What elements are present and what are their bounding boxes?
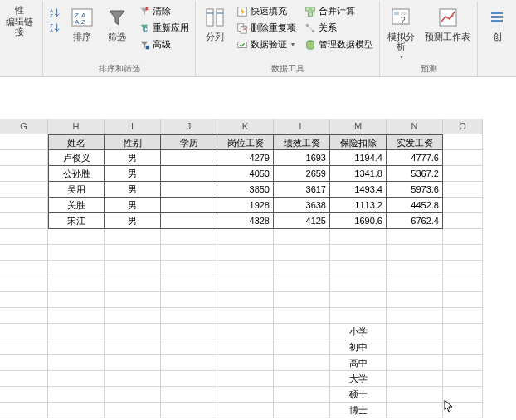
- cell[interactable]: 1341.8: [330, 166, 387, 182]
- cell[interactable]: [274, 261, 330, 276]
- cell[interactable]: [48, 371, 105, 387]
- cell[interactable]: 3617: [274, 182, 330, 198]
- cell[interactable]: 硕士: [330, 387, 387, 403]
- cell[interactable]: [0, 166, 48, 182]
- cell[interactable]: [217, 355, 274, 371]
- cell[interactable]: 3638: [274, 198, 330, 213]
- cell[interactable]: [387, 355, 443, 371]
- data-validation-button[interactable]: 数据验证▾: [234, 37, 299, 52]
- cell[interactable]: [0, 339, 48, 355]
- cell[interactable]: 6762.4: [387, 213, 443, 229]
- cell[interactable]: [274, 339, 330, 355]
- cell[interactable]: [161, 324, 217, 339]
- cell[interactable]: [443, 182, 483, 198]
- cell[interactable]: [161, 261, 217, 276]
- col-header[interactable]: K: [217, 119, 274, 134]
- consolidate-button[interactable]: 合并计算: [302, 3, 376, 19]
- cell[interactable]: [48, 245, 105, 261]
- cell[interactable]: [105, 403, 161, 418]
- cell[interactable]: [48, 355, 105, 371]
- cell[interactable]: [387, 245, 443, 261]
- cell[interactable]: [274, 229, 330, 245]
- cell[interactable]: [274, 276, 330, 292]
- sort-desc-button[interactable]: ZA: [46, 20, 63, 35]
- cell[interactable]: [0, 150, 48, 166]
- cell[interactable]: 4279: [217, 150, 274, 166]
- sort-button[interactable]: ZAAZ 排序: [66, 3, 98, 43]
- cell[interactable]: 2659: [274, 166, 330, 182]
- cell[interactable]: [330, 261, 387, 276]
- cell[interactable]: 关胜: [48, 198, 105, 213]
- cell[interactable]: [48, 339, 105, 355]
- cell[interactable]: [161, 245, 217, 261]
- clear-filter-button[interactable]: 清除: [136, 3, 192, 19]
- cell[interactable]: 男: [105, 198, 161, 213]
- cell[interactable]: 1693: [274, 150, 330, 166]
- cell[interactable]: [161, 387, 217, 403]
- cell[interactable]: [105, 339, 161, 355]
- cell[interactable]: [387, 387, 443, 403]
- relationships-button[interactable]: 关系: [302, 20, 376, 36]
- cell[interactable]: 姓名: [48, 134, 105, 150]
- cell[interactable]: 宋江: [48, 213, 105, 229]
- cell[interactable]: [0, 261, 48, 276]
- cell[interactable]: [443, 292, 483, 308]
- sort-asc-button[interactable]: AZ: [46, 5, 63, 20]
- cell[interactable]: [443, 134, 483, 150]
- cell[interactable]: 4050: [217, 166, 274, 182]
- cell[interactable]: [48, 292, 105, 308]
- text-to-columns-button[interactable]: 分列: [199, 3, 231, 43]
- cell[interactable]: 吴用: [48, 182, 105, 198]
- cell[interactable]: [0, 198, 48, 213]
- cell[interactable]: [48, 276, 105, 292]
- col-header[interactable]: G: [0, 119, 48, 134]
- cell[interactable]: [217, 403, 274, 418]
- col-header[interactable]: M: [330, 119, 387, 134]
- cell[interactable]: [0, 292, 48, 308]
- cell[interactable]: [0, 324, 48, 339]
- cell[interactable]: 1928: [217, 198, 274, 213]
- cell[interactable]: [161, 276, 217, 292]
- cell[interactable]: [105, 355, 161, 371]
- cell[interactable]: 4328: [217, 213, 274, 229]
- cell[interactable]: [330, 245, 387, 261]
- cell[interactable]: [161, 166, 217, 182]
- whatif-button[interactable]: ? 模拟分析 ▾: [383, 3, 418, 62]
- cell[interactable]: [443, 213, 483, 229]
- cell[interactable]: [274, 324, 330, 339]
- cell[interactable]: 男: [105, 182, 161, 198]
- manage-data-model-button[interactable]: 管理数据模型: [302, 37, 376, 52]
- col-header[interactable]: N: [387, 119, 443, 134]
- cell[interactable]: 学历: [161, 134, 217, 150]
- cell[interactable]: [217, 387, 274, 403]
- cell[interactable]: [443, 198, 483, 213]
- cell[interactable]: [105, 371, 161, 387]
- cell[interactable]: [48, 229, 105, 245]
- cell[interactable]: [274, 308, 330, 324]
- cell[interactable]: [217, 371, 274, 387]
- cell[interactable]: [217, 292, 274, 308]
- cell[interactable]: 小学: [330, 324, 387, 339]
- cell[interactable]: [105, 229, 161, 245]
- cell[interactable]: [161, 150, 217, 166]
- cell[interactable]: [48, 261, 105, 276]
- cell[interactable]: [387, 324, 443, 339]
- cell[interactable]: [105, 276, 161, 292]
- cell[interactable]: [387, 276, 443, 292]
- cell[interactable]: [161, 355, 217, 371]
- cell[interactable]: [330, 308, 387, 324]
- cell[interactable]: 初中: [330, 339, 387, 355]
- col-header[interactable]: J: [161, 119, 217, 134]
- cell[interactable]: [161, 292, 217, 308]
- cell[interactable]: 4125: [274, 213, 330, 229]
- cell[interactable]: [0, 213, 48, 229]
- cell[interactable]: [161, 308, 217, 324]
- cell[interactable]: [161, 182, 217, 198]
- cell[interactable]: [0, 229, 48, 245]
- cell[interactable]: [105, 308, 161, 324]
- edit-links-button[interactable]: 性 编辑链接: [0, 3, 39, 38]
- cell[interactable]: [48, 403, 105, 418]
- cell[interactable]: [443, 150, 483, 166]
- cell[interactable]: [0, 134, 48, 150]
- grid-body[interactable]: 姓名性别学历岗位工资绩效工资保险扣除实发工资卢俊义男427916931194.4…: [0, 134, 516, 418]
